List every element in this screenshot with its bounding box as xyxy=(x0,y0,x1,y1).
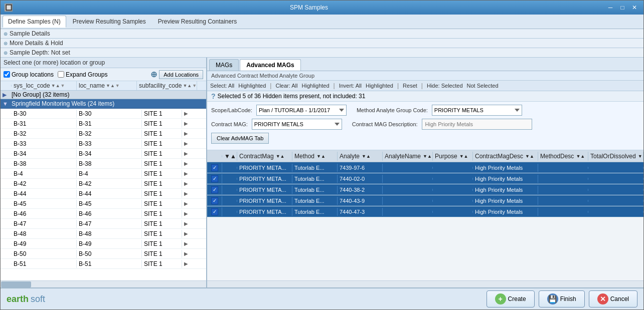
cell-name: B-48 xyxy=(77,230,142,238)
row-checkbox-cell[interactable]: ✓ xyxy=(207,185,222,194)
location-row[interactable]: B-33 B-33 SITE 1 ▶ xyxy=(1,139,206,149)
row-checkbox[interactable]: ✓ xyxy=(211,175,218,182)
collapse-icon-3[interactable]: ⊛ xyxy=(4,50,8,56)
scope-select[interactable]: Plan / TUTORLAB - 1/1/2017 xyxy=(256,105,347,116)
row-cmag: PRIORITY META... xyxy=(237,186,292,194)
tab-define-samples[interactable]: Define Samples (N) xyxy=(3,16,66,28)
sort-mdesc[interactable]: ▼▲ xyxy=(576,154,585,159)
contract-mag-desc-input[interactable] xyxy=(422,119,532,130)
sort-purpose[interactable]: ▼▲ xyxy=(459,154,468,159)
mag-code-select[interactable]: PRIORITY METALS xyxy=(432,105,522,116)
collapse-group-icon[interactable]: ▼ xyxy=(3,101,11,107)
invert-highlighted-btn[interactable]: Highlighted xyxy=(366,83,393,89)
sort-aname[interactable]: ▼▲ xyxy=(423,154,432,159)
minimize-button[interactable]: ─ xyxy=(605,4,615,12)
filter-icon-sub[interactable]: ▼ xyxy=(192,83,197,88)
row-checkbox-cell[interactable]: ✓ xyxy=(207,196,222,205)
location-row[interactable]: B-31 B-31 SITE 1 ▶ xyxy=(1,119,206,129)
scrollbar-thumb[interactable] xyxy=(1,281,31,287)
info-bar: ? Selected 5 of 36 Hidden items present,… xyxy=(207,91,643,102)
col-cmag: ContractMag ▼▲ xyxy=(237,152,292,161)
hide-not-selected-btn[interactable]: Not Selected xyxy=(467,83,499,89)
row-checkbox-cell[interactable]: ✓ xyxy=(207,163,222,172)
contract-mag-select[interactable]: PRIORITY METALS xyxy=(252,119,342,130)
tab-preview-containers[interactable]: Preview Resulting Containers xyxy=(152,16,242,28)
maximize-button[interactable]: □ xyxy=(617,4,627,12)
filter-icon-name[interactable]: ▼ xyxy=(115,83,120,88)
close-button[interactable]: ✕ xyxy=(629,4,639,12)
no-group-row[interactable]: ▶ [No Group] (32 items) xyxy=(1,91,206,99)
sort-cdesc[interactable]: ▼▲ xyxy=(525,154,534,159)
row-filter xyxy=(222,189,237,191)
group-header-springfield[interactable]: ▼ Springfield Monitoring Wells (24 items… xyxy=(1,99,206,109)
table-row[interactable]: ✓ PRIORITY META... Tutorlab E... 7440-47… xyxy=(207,206,643,217)
sort-method[interactable]: ▼▲ xyxy=(316,154,326,159)
location-row[interactable]: B-45 B-45 SITE 1 ▶ xyxy=(1,199,206,209)
table-row[interactable]: ✓ PRIORITY META... Tutorlab E... 7440-02… xyxy=(207,173,643,184)
right-scrollbar-h[interactable] xyxy=(207,280,643,287)
row-purpose xyxy=(433,189,473,191)
tab-advanced-mags[interactable]: Advanced MAGs xyxy=(240,59,300,71)
location-row[interactable]: B-42 B-42 SITE 1 ▶ xyxy=(1,179,206,189)
sort-icon-sub[interactable]: ▼▲ xyxy=(183,83,192,88)
cell-arrow: ▶ xyxy=(182,240,192,247)
create-button[interactable]: + Create xyxy=(487,290,535,307)
sort-tod[interactable]: ▼ xyxy=(638,154,642,159)
sort-icon-loc[interactable]: ▼▲ xyxy=(51,83,60,88)
cancel-button[interactable]: ✕ Cancel xyxy=(589,290,637,307)
location-row[interactable]: B-48 B-48 SITE 1 ▶ xyxy=(1,229,206,239)
tab-preview-samples[interactable]: Preview Resulting Samples xyxy=(67,16,151,28)
location-row[interactable]: B-34 B-34 SITE 1 ▶ xyxy=(1,149,206,159)
col-filter[interactable]: ▼▲ xyxy=(222,152,237,161)
table-row[interactable]: ✓ PRIORITY META... Tutorlab E... 7440-43… xyxy=(207,195,643,206)
expand-groups-checkbox-label[interactable]: Expand Groups xyxy=(58,71,107,78)
location-row[interactable]: B-38 B-38 SITE 1 ▶ xyxy=(1,159,206,169)
location-row[interactable]: B-4 B-4 SITE 1 ▶ xyxy=(1,169,206,179)
col-chk xyxy=(207,155,222,157)
hide-selected-btn[interactable]: Hide: Selected xyxy=(427,83,463,89)
location-row[interactable]: B-47 B-47 SITE 1 ▶ xyxy=(1,219,206,229)
select-all-btn[interactable]: Select: All xyxy=(210,83,234,89)
filter-icon-loc[interactable]: ▼ xyxy=(61,83,65,88)
left-scrollbar-h[interactable] xyxy=(1,280,206,287)
add-locations-button[interactable]: Add Locations xyxy=(159,70,203,79)
clear-advmag-button[interactable]: Clear AdvMAG Tab xyxy=(211,133,269,144)
reset-btn[interactable]: Reset xyxy=(403,83,417,89)
expand-groups-checkbox[interactable] xyxy=(58,71,64,78)
table-row[interactable]: ✓ PRIORITY META... Tutorlab E... 7439-97… xyxy=(207,162,643,173)
location-row[interactable]: B-46 B-46 SITE 1 ▶ xyxy=(1,209,206,219)
group-locations-checkbox-label[interactable]: Group locations xyxy=(4,71,54,78)
invert-all-btn[interactable]: Invert: All xyxy=(339,83,362,89)
tab-mags[interactable]: MAGs xyxy=(209,59,239,71)
row-cdesc: High Priority Metals xyxy=(473,208,538,216)
sort-analyte[interactable]: ▼▲ xyxy=(362,154,371,159)
location-row[interactable]: B-49 B-49 SITE 1 ▶ xyxy=(1,239,206,249)
sort-icon-name[interactable]: ▼▲ xyxy=(106,83,115,88)
sort-cmag[interactable]: ▼▲ xyxy=(276,154,285,159)
location-row[interactable]: B-50 B-50 SITE 1 ▶ xyxy=(1,249,206,259)
create-label: Create xyxy=(508,295,526,302)
clear-all-btn[interactable]: Clear: All xyxy=(275,83,297,89)
data-table: ▼▲ ContractMag ▼▲ Method ▼▲ Analyte ▼▲ xyxy=(207,150,643,287)
collapse-icon[interactable]: ⊛ xyxy=(4,31,8,37)
row-checkbox[interactable]: ✓ xyxy=(211,164,218,171)
row-checkbox[interactable]: ✓ xyxy=(211,186,218,193)
row-checkbox-cell[interactable]: ✓ xyxy=(207,207,222,216)
collapse-icon-2[interactable]: ⊛ xyxy=(4,41,8,46)
row-checkbox-cell[interactable]: ✓ xyxy=(207,174,222,183)
location-row[interactable]: B-51 B-51 SITE 1 ▶ xyxy=(1,259,206,269)
finish-button[interactable]: 💾 Finish xyxy=(539,290,585,307)
row-checkbox[interactable]: ✓ xyxy=(211,197,218,204)
filter-sort-icon[interactable]: ▼▲ xyxy=(224,153,236,160)
table-row[interactable]: ✓ PRIORITY META... Tutorlab E... 7440-38… xyxy=(207,184,643,195)
row-checkbox[interactable]: ✓ xyxy=(211,208,218,215)
expand-icon[interactable]: ▶ xyxy=(3,92,11,98)
location-row[interactable]: B-32 B-32 SITE 1 ▶ xyxy=(1,129,206,139)
location-row[interactable]: B-44 B-44 SITE 1 ▶ xyxy=(1,189,206,199)
group-locations-checkbox[interactable] xyxy=(4,71,10,78)
cell-sub: SITE 1 xyxy=(142,140,182,148)
location-row[interactable]: B-30 B-30 SITE 1 ▶ xyxy=(1,109,206,119)
clear-highlighted-btn[interactable]: Highlighted xyxy=(302,83,330,89)
row-cmag: PRIORITY META... xyxy=(237,164,292,172)
select-highlighted-btn[interactable]: Highlighted xyxy=(238,83,266,89)
